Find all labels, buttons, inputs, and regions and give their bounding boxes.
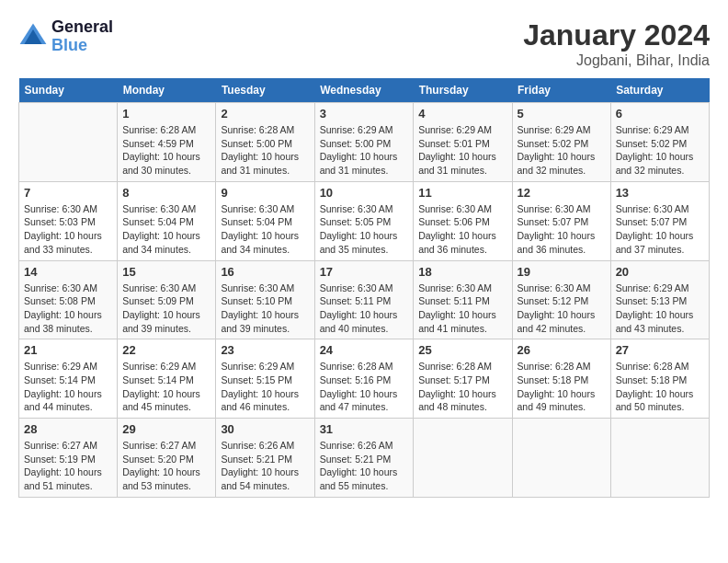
- calendar-cell: 10Sunrise: 6:30 AM Sunset: 5:05 PM Dayli…: [314, 181, 414, 260]
- day-number: 5: [518, 107, 606, 121]
- calendar-cell: 11Sunrise: 6:30 AM Sunset: 5:06 PM Dayli…: [414, 181, 512, 260]
- day-number: 3: [320, 107, 409, 121]
- title-block: January 2024 Jogbani, Bihar, India: [523, 18, 710, 69]
- day-info: Sunrise: 6:27 AM Sunset: 5:19 PM Dayligh…: [24, 439, 112, 493]
- calendar-cell: 16Sunrise: 6:30 AM Sunset: 5:10 PM Dayli…: [216, 260, 314, 339]
- day-info: Sunrise: 6:28 AM Sunset: 5:18 PM Dayligh…: [616, 360, 704, 414]
- calendar-table: SundayMondayTuesdayWednesdayThursdayFrid…: [18, 78, 710, 498]
- day-info: Sunrise: 6:30 AM Sunset: 5:12 PM Dayligh…: [518, 282, 606, 336]
- day-info: Sunrise: 6:30 AM Sunset: 5:04 PM Dayligh…: [221, 202, 309, 257]
- day-info: Sunrise: 6:30 AM Sunset: 5:10 PM Dayligh…: [221, 282, 309, 336]
- page-header: GeneralBlue January 2024 Jogbani, Bihar,…: [18, 18, 710, 69]
- day-number: 27: [616, 343, 704, 357]
- day-number: 14: [24, 265, 112, 279]
- calendar-cell: 21Sunrise: 6:29 AM Sunset: 5:14 PM Dayli…: [19, 339, 118, 419]
- day-info: Sunrise: 6:28 AM Sunset: 4:59 PM Dayligh…: [122, 123, 210, 178]
- header-day-tuesday: Tuesday: [216, 78, 314, 103]
- day-number: 8: [122, 186, 210, 200]
- day-info: Sunrise: 6:30 AM Sunset: 5:07 PM Dayligh…: [518, 202, 606, 257]
- calendar-cell: 9Sunrise: 6:30 AM Sunset: 5:04 PM Daylig…: [216, 181, 314, 260]
- calendar-subtitle: Jogbani, Bihar, India: [523, 52, 710, 69]
- calendar-cell: [414, 419, 512, 498]
- calendar-cell: 24Sunrise: 6:28 AM Sunset: 5:16 PM Dayli…: [314, 339, 414, 419]
- day-info: Sunrise: 6:29 AM Sunset: 5:01 PM Dayligh…: [418, 123, 506, 178]
- day-info: Sunrise: 6:29 AM Sunset: 5:02 PM Dayligh…: [616, 123, 704, 178]
- calendar-cell: [512, 419, 610, 498]
- day-number: 29: [122, 422, 210, 436]
- day-info: Sunrise: 6:30 AM Sunset: 5:11 PM Dayligh…: [320, 282, 409, 336]
- calendar-cell: 15Sunrise: 6:30 AM Sunset: 5:09 PM Dayli…: [118, 260, 216, 339]
- calendar-cell: 14Sunrise: 6:30 AM Sunset: 5:08 PM Dayli…: [19, 260, 118, 339]
- day-info: Sunrise: 6:30 AM Sunset: 5:06 PM Dayligh…: [418, 202, 506, 257]
- day-number: 9: [221, 186, 309, 200]
- day-number: 28: [24, 422, 112, 436]
- day-info: Sunrise: 6:28 AM Sunset: 5:16 PM Dayligh…: [320, 360, 409, 414]
- calendar-cell: 13Sunrise: 6:30 AM Sunset: 5:07 PM Dayli…: [610, 181, 709, 260]
- calendar-cell: 20Sunrise: 6:29 AM Sunset: 5:13 PM Dayli…: [610, 260, 709, 339]
- week-row-1: 1Sunrise: 6:28 AM Sunset: 4:59 PM Daylig…: [19, 103, 710, 182]
- day-info: Sunrise: 6:30 AM Sunset: 5:05 PM Dayligh…: [320, 202, 409, 257]
- day-info: Sunrise: 6:26 AM Sunset: 5:21 PM Dayligh…: [221, 439, 309, 493]
- day-info: Sunrise: 6:29 AM Sunset: 5:00 PM Dayligh…: [320, 123, 409, 178]
- calendar-cell: 18Sunrise: 6:30 AM Sunset: 5:11 PM Dayli…: [414, 260, 512, 339]
- calendar-cell: 3Sunrise: 6:29 AM Sunset: 5:00 PM Daylig…: [314, 103, 414, 182]
- calendar-cell: 19Sunrise: 6:30 AM Sunset: 5:12 PM Dayli…: [512, 260, 610, 339]
- day-info: Sunrise: 6:30 AM Sunset: 5:04 PM Dayligh…: [122, 202, 210, 257]
- day-number: 19: [518, 265, 606, 279]
- logo-text: GeneralBlue: [51, 18, 113, 55]
- day-info: Sunrise: 6:30 AM Sunset: 5:03 PM Dayligh…: [24, 202, 112, 257]
- calendar-cell: 25Sunrise: 6:28 AM Sunset: 5:17 PM Dayli…: [414, 339, 512, 419]
- week-row-3: 14Sunrise: 6:30 AM Sunset: 5:08 PM Dayli…: [19, 260, 710, 339]
- day-info: Sunrise: 6:28 AM Sunset: 5:00 PM Dayligh…: [221, 123, 309, 178]
- day-info: Sunrise: 6:29 AM Sunset: 5:13 PM Dayligh…: [616, 282, 704, 336]
- calendar-cell: 22Sunrise: 6:29 AM Sunset: 5:14 PM Dayli…: [118, 339, 216, 419]
- calendar-cell: [19, 103, 118, 182]
- calendar-cell: 1Sunrise: 6:28 AM Sunset: 4:59 PM Daylig…: [118, 103, 216, 182]
- calendar-cell: 8Sunrise: 6:30 AM Sunset: 5:04 PM Daylig…: [118, 181, 216, 260]
- day-info: Sunrise: 6:30 AM Sunset: 5:07 PM Dayligh…: [616, 202, 704, 257]
- week-row-4: 21Sunrise: 6:29 AM Sunset: 5:14 PM Dayli…: [19, 339, 710, 419]
- calendar-cell: 6Sunrise: 6:29 AM Sunset: 5:02 PM Daylig…: [610, 103, 709, 182]
- day-info: Sunrise: 6:27 AM Sunset: 5:20 PM Dayligh…: [122, 439, 210, 493]
- day-number: 11: [418, 186, 506, 200]
- header-day-thursday: Thursday: [414, 78, 512, 103]
- calendar-cell: 4Sunrise: 6:29 AM Sunset: 5:01 PM Daylig…: [414, 103, 512, 182]
- calendar-cell: 17Sunrise: 6:30 AM Sunset: 5:11 PM Dayli…: [314, 260, 414, 339]
- day-number: 17: [320, 265, 409, 279]
- day-info: Sunrise: 6:30 AM Sunset: 5:08 PM Dayligh…: [24, 282, 112, 336]
- day-number: 31: [320, 422, 409, 436]
- calendar-cell: 23Sunrise: 6:29 AM Sunset: 5:15 PM Dayli…: [216, 339, 314, 419]
- day-number: 15: [122, 265, 210, 279]
- calendar-body: 1Sunrise: 6:28 AM Sunset: 4:59 PM Daylig…: [19, 103, 710, 498]
- day-info: Sunrise: 6:29 AM Sunset: 5:02 PM Dayligh…: [518, 123, 606, 178]
- day-number: 23: [221, 343, 309, 357]
- day-info: Sunrise: 6:29 AM Sunset: 5:14 PM Dayligh…: [24, 360, 112, 414]
- day-info: Sunrise: 6:30 AM Sunset: 5:09 PM Dayligh…: [122, 282, 210, 336]
- header-day-monday: Monday: [118, 78, 216, 103]
- calendar-cell: 26Sunrise: 6:28 AM Sunset: 5:18 PM Dayli…: [512, 339, 610, 419]
- calendar-cell: [610, 419, 709, 498]
- day-number: 16: [221, 265, 309, 279]
- day-number: 4: [418, 107, 506, 121]
- calendar-title: January 2024: [523, 18, 710, 52]
- day-info: Sunrise: 6:30 AM Sunset: 5:11 PM Dayligh…: [418, 282, 506, 336]
- day-number: 1: [122, 107, 210, 121]
- day-number: 6: [616, 107, 704, 121]
- calendar-cell: 31Sunrise: 6:26 AM Sunset: 5:21 PM Dayli…: [314, 419, 414, 498]
- header-day-wednesday: Wednesday: [314, 78, 414, 103]
- calendar-cell: 30Sunrise: 6:26 AM Sunset: 5:21 PM Dayli…: [216, 419, 314, 498]
- day-number: 26: [518, 343, 606, 357]
- header-day-sunday: Sunday: [19, 78, 118, 103]
- calendar-header-row: SundayMondayTuesdayWednesdayThursdayFrid…: [19, 78, 710, 103]
- logo-icon: [18, 22, 48, 52]
- day-info: Sunrise: 6:28 AM Sunset: 5:17 PM Dayligh…: [418, 360, 506, 414]
- day-number: 13: [616, 186, 704, 200]
- calendar-cell: 27Sunrise: 6:28 AM Sunset: 5:18 PM Dayli…: [610, 339, 709, 419]
- calendar-cell: 12Sunrise: 6:30 AM Sunset: 5:07 PM Dayli…: [512, 181, 610, 260]
- header-day-friday: Friday: [512, 78, 610, 103]
- week-row-5: 28Sunrise: 6:27 AM Sunset: 5:19 PM Dayli…: [19, 419, 710, 498]
- day-info: Sunrise: 6:29 AM Sunset: 5:15 PM Dayligh…: [221, 360, 309, 414]
- calendar-cell: 5Sunrise: 6:29 AM Sunset: 5:02 PM Daylig…: [512, 103, 610, 182]
- day-number: 7: [24, 186, 112, 200]
- day-info: Sunrise: 6:29 AM Sunset: 5:14 PM Dayligh…: [122, 360, 210, 414]
